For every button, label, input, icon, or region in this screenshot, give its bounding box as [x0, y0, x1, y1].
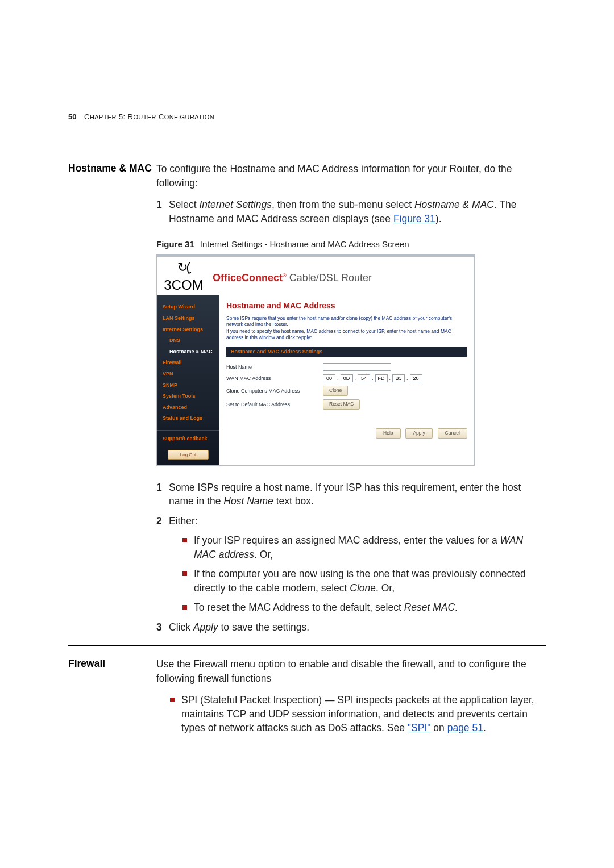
nav-firewall[interactable]: Firewall [157, 357, 219, 369]
reset-mac-button[interactable]: Reset MAC [323, 399, 360, 410]
nav-support-feedback[interactable]: Support/Feedback [157, 430, 219, 444]
label-wan-mac: WAN MAC Address [226, 375, 323, 382]
nav-dns[interactable]: DNS [157, 335, 219, 347]
page-number: 50 [68, 112, 76, 121]
nav-lan-settings[interactable]: LAN Settings [157, 313, 219, 324]
router-nav: Setup Wizard LAN Settings Internet Setti… [157, 295, 219, 465]
nav-hostname-mac[interactable]: Hostname & MAC [157, 346, 219, 357]
nav-internet-settings[interactable]: Internet Settings [157, 324, 219, 335]
cancel-button[interactable]: Cancel [438, 428, 467, 439]
logout-button[interactable]: Log Out [168, 450, 209, 460]
running-header: 50 CHAPTER 5: ROUTER CONFIGURATION [68, 112, 546, 121]
post-step-1: Some ISPs require a host name. If your I… [156, 481, 546, 508]
page-51-link[interactable]: page 51 [447, 722, 483, 733]
label-clone-mac: Clone Computer's MAC Address [226, 387, 323, 395]
figure-31-link[interactable]: Figure 31 [393, 213, 435, 224]
router-screenshot: ↻(• 3COM OfficeConnect® Cable/DSL Router… [156, 254, 475, 466]
label-host-name: Host Name [226, 364, 323, 371]
nav-status-logs[interactable]: Status and Logs [157, 413, 219, 424]
clone-button[interactable]: Clone [323, 386, 348, 396]
mac-octet-4[interactable] [375, 374, 388, 382]
chapter-label: CHAPTER 5: ROUTER CONFIGURATION [84, 112, 214, 121]
settings-bar: Hostname and MAC Address Settings [226, 347, 467, 357]
nav-vpn[interactable]: VPN [157, 369, 219, 380]
intro-text: To configure the Hostname and MAC Addres… [156, 162, 546, 190]
mac-octet-1[interactable] [323, 374, 335, 382]
host-name-input[interactable] [323, 363, 391, 371]
either-bullet-1: If your ISP requires an assigned MAC add… [182, 533, 546, 561]
post-step-2: Either: If your ISP requires an assigned… [156, 514, 546, 615]
apply-button[interactable]: Apply [405, 428, 432, 439]
section-divider [68, 645, 546, 646]
nav-setup-wizard[interactable]: Setup Wizard [157, 302, 219, 313]
mac-octet-5[interactable] [392, 374, 405, 382]
firewall-bullet-spi: SPI (Stateful Packet Inspection) — SPI i… [170, 693, 546, 735]
firewall-intro: Use the Firewall menu option to enable a… [156, 657, 546, 685]
nav-system-tools[interactable]: System Tools [157, 391, 219, 402]
label-reset-mac: Set to Default MAC Address [226, 401, 323, 408]
panel-title: Hostname and MAC Address [226, 301, 467, 312]
mac-octet-2[interactable] [341, 374, 353, 382]
product-title: OfficeConnect® Cable/DSL Router [213, 271, 372, 285]
nav-snmp[interactable]: SNMP [157, 379, 219, 391]
figure-caption: Figure 31 Internet Settings - Hostname a… [156, 238, 546, 250]
mac-octet-3[interactable] [358, 374, 370, 382]
either-bullet-2: If the computer you are now using is the… [182, 567, 546, 595]
spi-link[interactable]: "SPI" [408, 722, 431, 733]
nav-advanced[interactable]: Advanced [157, 402, 219, 413]
step-1: Select Internet Settings, then from the … [156, 198, 546, 226]
post-step-3: Click Apply to save the settings. [156, 620, 546, 635]
panel-intro: Some ISPs require that you enter the hos… [226, 315, 467, 341]
wan-mac-input-group: ..... [323, 374, 422, 382]
help-button[interactable]: Help [376, 428, 400, 439]
side-heading-hostname-mac: Hostname & MAC [68, 162, 156, 657]
logo-3com: ↻(• 3COM [160, 261, 207, 295]
side-heading-firewall: Firewall [68, 657, 156, 741]
either-bullet-3: To reset the MAC Address to the default,… [182, 600, 546, 615]
mac-octet-6[interactable] [410, 374, 422, 382]
